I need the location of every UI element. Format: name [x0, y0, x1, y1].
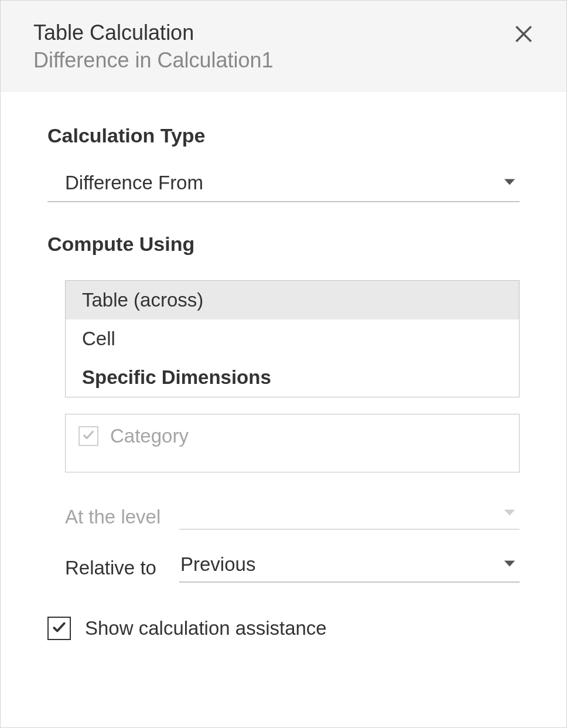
compute-option-specific-dimensions[interactable]: Specific Dimensions — [66, 358, 519, 397]
compute-using-listbox: Table (across) Cell Specific Dimensions — [65, 280, 520, 397]
show-assistance-row: Show calculation assistance — [47, 617, 520, 640]
checkmark-icon — [52, 620, 67, 637]
calculation-type-dropdown[interactable]: Difference From — [47, 172, 520, 202]
svg-marker-3 — [504, 509, 515, 515]
dimension-checkbox — [78, 426, 98, 446]
at-the-level-dropdown — [179, 504, 520, 530]
dimension-label: Category — [110, 425, 189, 447]
checkmark-icon — [82, 428, 95, 444]
header-text-block: Table Calculation Difference in Calculat… — [33, 19, 509, 74]
compute-option-table-across[interactable]: Table (across) — [66, 281, 519, 319]
caret-down-icon — [503, 178, 516, 188]
relative-to-row: Relative to Previous — [65, 553, 520, 583]
svg-marker-4 — [504, 560, 515, 566]
close-icon — [513, 23, 535, 47]
relative-to-value: Previous — [180, 553, 255, 576]
close-button[interactable] — [509, 19, 538, 50]
compute-using-label: Compute Using — [47, 233, 520, 256]
relative-to-label: Relative to — [65, 557, 179, 579]
at-the-level-label: At the level — [65, 506, 179, 528]
dialog-header: Table Calculation Difference in Calculat… — [1, 1, 566, 91]
relative-to-dropdown[interactable]: Previous — [179, 553, 520, 583]
svg-marker-2 — [504, 179, 515, 185]
show-assistance-label: Show calculation assistance — [85, 617, 327, 639]
calculation-type-value: Difference From — [65, 172, 203, 194]
calculation-type-label: Calculation Type — [47, 124, 520, 147]
caret-down-icon — [503, 559, 516, 570]
show-assistance-checkbox[interactable] — [47, 617, 71, 640]
dimension-row: Category — [78, 425, 506, 447]
compute-option-cell[interactable]: Cell — [66, 319, 519, 358]
dialog-subtitle: Difference in Calculation1 — [33, 47, 509, 74]
caret-down-icon — [503, 508, 516, 519]
dimensions-box: Category — [65, 414, 520, 472]
at-the-level-row: At the level — [65, 504, 520, 530]
dialog-title: Table Calculation — [33, 19, 509, 47]
dialog-body: Calculation Type Difference From Compute… — [1, 91, 566, 640]
